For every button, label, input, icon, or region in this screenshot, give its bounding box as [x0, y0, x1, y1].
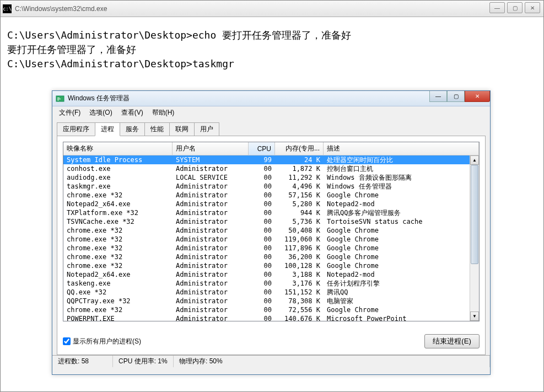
col-header-cpu-label: CPU [257, 145, 271, 153]
process-row[interactable]: TSVNCache.exe *32Administrator005,736 KT… [63, 217, 470, 226]
process-row[interactable]: taskeng.exeAdministrator003,176 K任务计划程序引… [63, 279, 470, 288]
process-row[interactable]: QQ.exe *32Administrator00151,152 K腾讯QQ [63, 288, 470, 297]
scroll-up-button[interactable]: ▲ [470, 155, 479, 165]
cell-user: Administrator [173, 288, 249, 296]
process-row[interactable]: System Idle ProcessSYSTEM9924 K处理器空闲时间百分… [63, 155, 470, 164]
status-processes-label: 进程数: [58, 357, 79, 365]
process-row[interactable]: chrome.exe *32Administrator0036,200 KGoo… [63, 253, 470, 261]
cell-name: chrome.exe *32 [63, 227, 173, 234]
menu-view[interactable]: 查看(V) [117, 107, 148, 119]
svg-rect-3 [57, 100, 59, 100]
cell-name: audiodg.exe [63, 174, 173, 181]
show-all-users-checkbox[interactable]: 显示所有用户的进程(S) [63, 337, 141, 346]
col-header-cpu[interactable]: CPU [249, 142, 275, 155]
cell-desc: Windows 任务管理器 [324, 182, 470, 191]
process-row[interactable]: chrome.exe *32Administrator0072,556 KGoo… [63, 305, 470, 314]
scroll-thumb[interactable] [471, 165, 478, 264]
cell-user: Administrator [173, 315, 249, 321]
cmd-line: 要打开任务管理器了，准备好 [7, 42, 537, 57]
cell-mem: 36,200 K [275, 253, 324, 261]
process-row[interactable]: chrome.exe *32Administrator00117,896 KGo… [63, 244, 470, 253]
status-mem: 物理内存: 50% [174, 356, 490, 367]
col-header-desc[interactable]: 描述 [324, 142, 479, 155]
cell-mem: 944 K [275, 209, 324, 217]
cell-mem: 119,060 K [275, 235, 324, 243]
taskmgr-minimize-button[interactable]: — [429, 91, 447, 102]
status-mem-label: 物理内存: [179, 357, 207, 365]
cell-name: Notepad2_x64.exe [63, 200, 173, 208]
process-row[interactable]: Notepad2_x64.exeAdministrator005,280 KNo… [63, 200, 470, 208]
tab-users[interactable]: 用户 [194, 122, 219, 136]
cell-user: Administrator [173, 280, 249, 287]
taskmgr-menubar: 文件(F) 选项(O) 查看(V) 帮助(H) [52, 106, 490, 119]
cell-name: chrome.exe *32 [63, 244, 173, 252]
taskmgr-close-button[interactable]: ✕ [465, 91, 490, 102]
cell-user: Administrator [173, 165, 249, 173]
menu-file[interactable]: 文件(F) [55, 107, 85, 119]
cell-desc: Notepad2-mod [324, 200, 470, 208]
process-row[interactable]: Notepad2_x64.exeAdministrator003,188 KNo… [63, 270, 470, 279]
process-row[interactable]: POWERPNT.EXEAdministrator00140,676 KMicr… [63, 314, 470, 321]
cmd-titlebar[interactable]: c:\ C:\Windows\system32\cmd.exe — ▢ ✕ [1, 1, 543, 17]
process-row[interactable]: audiodg.exeLOCAL SERVICE0011,292 KWindow… [63, 173, 470, 182]
process-row[interactable]: taskmgr.exeAdministrator004,496 KWindows… [63, 182, 470, 191]
process-row[interactable]: QQPCTray.exe *32Administrator0078,308 K电… [63, 297, 470, 305]
cell-mem: 100,128 K [275, 262, 324, 270]
cell-user: Administrator [173, 182, 249, 190]
end-process-button[interactable]: 结束进程(E) [424, 334, 480, 348]
cmd-minimize-button[interactable]: — [489, 2, 505, 13]
tab-applications[interactable]: 应用程序 [57, 122, 95, 136]
cell-desc: Google Chrome [324, 235, 470, 243]
status-processes: 进程数: 58 [52, 356, 113, 367]
status-processes-value: 58 [82, 357, 89, 365]
cell-name: QQPCTray.exe *32 [63, 297, 173, 305]
cell-mem: 1,872 K [275, 165, 324, 173]
cell-desc: Google Chrome [324, 262, 470, 270]
status-mem-value: 50% [209, 357, 223, 365]
taskmgr-maximize-button[interactable]: ▢ [447, 91, 465, 102]
cell-cpu: 00 [249, 288, 275, 296]
menu-help[interactable]: 帮助(H) [148, 107, 179, 119]
cell-cpu: 00 [249, 262, 275, 270]
cell-cpu: 00 [249, 271, 275, 278]
cell-mem: 140,676 K [275, 315, 324, 321]
process-row[interactable]: chrome.exe *32Administrator0057,156 KGoo… [63, 191, 470, 200]
cell-cpu: 00 [249, 165, 275, 173]
show-all-users-input[interactable] [63, 337, 71, 345]
tab-performance[interactable]: 性能 [144, 122, 170, 136]
cell-desc: Google Chrome [324, 253, 470, 261]
scroll-down-button[interactable]: ▼ [470, 312, 479, 321]
process-row[interactable]: chrome.exe *32Administrator00100,128 KGo… [63, 261, 470, 270]
cell-user: Administrator [173, 200, 249, 208]
col-header-mem[interactable]: 内存(专用... [275, 142, 324, 155]
col-header-name[interactable]: 映像名称 [63, 142, 173, 155]
col-header-user[interactable]: 用户名 [173, 142, 249, 155]
cell-cpu: 00 [249, 218, 275, 225]
taskmgr-window: Windows 任务管理器 — ▢ ✕ 文件(F) 选项(O) 查看(V) 帮助… [52, 90, 491, 375]
cell-user: Administrator [173, 306, 249, 314]
cell-cpu: 00 [249, 280, 275, 287]
taskmgr-bottom-bar: 显示所有用户的进程(S) 结束进程(E) [63, 334, 480, 349]
process-row[interactable]: chrome.exe *32Administrator00119,060 KGo… [63, 235, 470, 244]
tab-processes[interactable]: 进程 [95, 122, 120, 136]
process-row[interactable]: chrome.exe *32Administrator0050,408 KGoo… [63, 226, 470, 235]
svg-rect-2 [57, 99, 61, 99]
process-row[interactable]: TXPlatform.exe *32Administrator00944 K腾讯… [63, 208, 470, 217]
cell-name: taskeng.exe [63, 280, 173, 287]
cmd-maximize-button[interactable]: ▢ [507, 2, 523, 13]
cell-desc: TortoiseSVN status cache [324, 218, 470, 225]
cell-desc: Microsoft PowerPoint [324, 315, 470, 321]
cell-name: TSVNCache.exe *32 [63, 218, 173, 225]
cmd-close-button[interactable]: ✕ [525, 2, 540, 13]
tab-services[interactable]: 服务 [120, 122, 145, 136]
tab-networking[interactable]: 联网 [169, 122, 195, 136]
cell-mem: 24 K [275, 156, 324, 164]
process-row[interactable]: conhost.exeAdministrator001,872 K控制台窗口主机 [63, 164, 470, 173]
cell-name: chrome.exe *32 [63, 262, 173, 270]
menu-options[interactable]: 选项(O) [85, 107, 116, 119]
cell-user: Administrator [173, 209, 249, 217]
process-list-vscrollbar[interactable]: ▲ ▼ [470, 155, 479, 321]
taskmgr-titlebar[interactable]: Windows 任务管理器 — ▢ ✕ [52, 91, 490, 106]
cell-user: Administrator [173, 297, 249, 305]
cell-cpu: 00 [249, 297, 275, 305]
